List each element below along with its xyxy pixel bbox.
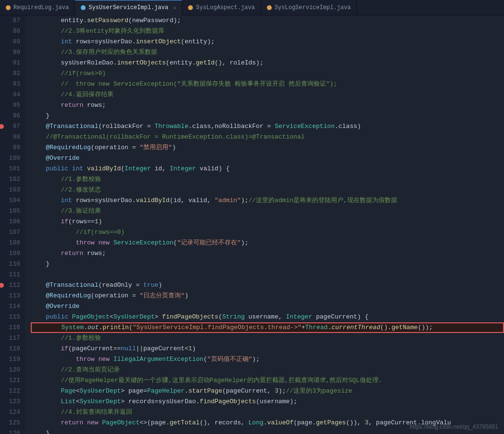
code-line-98: //@Transactional(rollbackFor = RuntimeEx… [31, 132, 504, 142]
code-content[interactable]: entity.setPassword(newPassword); //2.3将e… [25, 15, 504, 434]
ln-117: 117 [0, 333, 20, 344]
code-line-117: //1.参数校验 [31, 333, 504, 344]
ln-90: 90 [0, 47, 20, 58]
code-line-94: //4.返回保存结果 [31, 89, 504, 100]
watermark: https://blog.csdn.net/qq_43765881 [410, 423, 498, 430]
code-line-114: @Override [31, 301, 504, 312]
code-line-109: return rows; [31, 248, 504, 259]
tab-bar: RequiredLog.java SysUserServiceImpl.java… [0, 0, 504, 15]
ln-116: 116 [0, 322, 20, 333]
ln-107: 107 [0, 227, 20, 238]
ln-92: 92 [0, 68, 20, 79]
code-line-96: } [31, 111, 504, 121]
ln-114: 114 [0, 301, 20, 312]
ln-105: 105 [0, 206, 20, 217]
code-editor: 87 88 89 90 91 92 93 94 95 96 97 98 99 1… [0, 15, 504, 434]
ln-115: 115 [0, 312, 20, 322]
ln-95: 95 [0, 100, 20, 111]
code-line-113: @RequiredLog(operation = "日志分页查询") [31, 291, 504, 301]
ln-113: 113 [0, 291, 20, 301]
code-line-119: throw new IllegalArgumentException("页码值不… [31, 354, 504, 365]
code-line-102: //1.参数校验 [31, 174, 504, 185]
ln-99: 99 [0, 142, 20, 153]
tab-label-sys-log-service-impl: SysLogServiceImpl.java [275, 4, 351, 11]
ln-124: 124 [0, 407, 20, 418]
tab-icon-sys-user-service-impl [81, 5, 86, 10]
tab-label-required-log: RequiredLog.java [13, 4, 69, 11]
code-line-91: sysUserRoleDao.insertObjects(entity.getI… [31, 58, 504, 68]
code-line-124: //4.封装查询结果并返回 [31, 407, 504, 418]
ln-98: 98 [0, 132, 20, 142]
ln-112: 112 [0, 280, 20, 291]
code-line-116: System.out.println("SysUserServiceImpl.f… [31, 322, 504, 333]
tab-close-sys-user-service-impl[interactable]: ✕ [173, 5, 176, 11]
ln-123: 123 [0, 396, 20, 407]
tab-label-sys-user-service-impl: SysUserServiceImpl.java [88, 4, 168, 11]
code-line-107: //if(rows==0) [31, 227, 504, 238]
line-numbers: 87 88 89 90 91 92 93 94 95 96 97 98 99 1… [0, 15, 25, 434]
code-line-115: public PageObject<SysUserDept> findPageO… [31, 312, 504, 322]
ln-111: 111 [0, 269, 20, 280]
tab-label-sys-log-aspect: SysLogAspect.java [196, 4, 254, 11]
ln-120: 120 [0, 365, 20, 375]
ln-100: 100 [0, 153, 20, 164]
code-line-123: List<SysUserDept> records=sysUserDao.fin… [31, 396, 504, 407]
ln-104: 104 [0, 195, 20, 206]
code-line-106: if(rows==1) [31, 217, 504, 227]
code-line-112: @Transactional(readOnly = true) [31, 280, 504, 291]
tab-required-log[interactable]: RequiredLog.java [0, 0, 75, 15]
code-line-122: Page<SysUserDept> page=PageHelper.startP… [31, 386, 504, 396]
code-line-95: return rows; [31, 100, 504, 111]
ln-108: 108 [0, 238, 20, 248]
code-line-89: int rows=sysUserDao.insertObject(entity)… [31, 37, 504, 47]
tab-sys-log-service-impl[interactable]: SysLogServiceImpl.java [261, 0, 357, 15]
code-line-90: //3.保存用户对应的角色关系数据 [31, 47, 504, 58]
ln-118: 118 [0, 344, 20, 354]
code-line-93: // throw new ServiceException("关系数据保存失败 … [31, 79, 504, 89]
ln-97: 97 [0, 121, 20, 132]
tab-icon-required-log [6, 5, 11, 10]
ln-91: 91 [0, 58, 20, 68]
code-line-121: //使用PageHelper最关键的一个步骤,这里表示启动PageHelper的… [31, 375, 504, 386]
code-line-88: //2.3将entity对象持久化到数据库 [31, 26, 504, 37]
code-line-87: entity.setPassword(newPassword); [31, 15, 504, 26]
ln-89: 89 [0, 37, 20, 47]
code-line-100: @Override [31, 153, 504, 164]
code-line-99: @RequiredLog(operation = "禁用启用") [31, 142, 504, 153]
tab-icon-sys-log-service-impl [267, 5, 272, 10]
ln-122: 122 [0, 386, 20, 396]
ln-126: 126 [0, 428, 20, 434]
ln-96: 96 [0, 111, 20, 121]
code-line-110: } [31, 259, 504, 269]
ln-106: 106 [0, 217, 20, 227]
code-line-92: //if(rows>0) [31, 68, 504, 79]
tab-icon-sys-log-aspect [188, 5, 193, 10]
ln-121: 121 [0, 375, 20, 386]
tab-sys-log-aspect[interactable]: SysLogAspect.java [182, 0, 261, 15]
ln-103: 103 [0, 185, 20, 195]
code-line-97: @Transactional(rollbackFor = Throwable.c… [31, 121, 504, 132]
code-line-105: //3.验证结果 [31, 206, 504, 217]
ln-88: 88 [0, 26, 20, 37]
ln-87: 87 [0, 15, 20, 26]
ln-110: 110 [0, 259, 20, 269]
code-line-104: int rows=sysUserDao.validById(id, valid,… [31, 195, 504, 206]
code-line-120: //2.查询当前页记录 [31, 365, 504, 375]
ln-101: 101 [0, 164, 20, 174]
code-line-108: throw new ServiceException("记录可能已经不存在"); [31, 238, 504, 248]
code-line-118: if(pageCurrent==null||pageCurrent<1) [31, 344, 504, 354]
ln-93: 93 [0, 79, 20, 89]
ln-94: 94 [0, 89, 20, 100]
code-line-111 [31, 269, 504, 280]
ln-119: 119 [0, 354, 20, 365]
tab-sys-user-service-impl[interactable]: SysUserServiceImpl.java ✕ [75, 0, 182, 15]
ln-125: 125 [0, 418, 20, 428]
ln-109: 109 [0, 248, 20, 259]
code-line-101: public int validById(Integer id, Integer… [31, 164, 504, 174]
ln-102: 102 [0, 174, 20, 185]
code-line-103: //2.修改状态 [31, 185, 504, 195]
